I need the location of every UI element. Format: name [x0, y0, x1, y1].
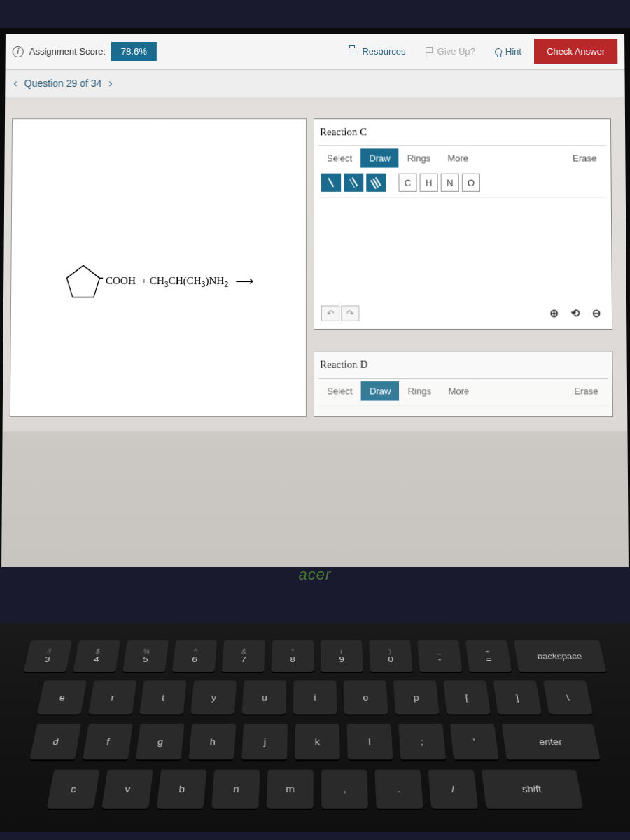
- folder-icon: [349, 48, 358, 55]
- key-8: *8: [272, 640, 314, 672]
- resources-label: Resources: [362, 46, 405, 57]
- key-0: )0: [369, 640, 412, 672]
- key-9: (9: [321, 640, 363, 672]
- key-.: .: [374, 770, 423, 808]
- key-y: y: [190, 680, 236, 714]
- panel-d-title: Reaction D: [318, 356, 608, 379]
- score-label: Assignment Score:: [29, 46, 106, 57]
- key-n: n: [211, 770, 260, 808]
- select-tab[interactable]: Select: [318, 148, 360, 167]
- draw-tab[interactable]: Draw: [360, 148, 399, 167]
- key-o: o: [344, 680, 388, 714]
- atom-c-button[interactable]: C: [398, 174, 416, 192]
- physical-keyboard: #3$4%5^6&7*8(9)0_-+=backspace ertyuiop[]…: [0, 623, 630, 832]
- atom-o-button[interactable]: O: [462, 174, 480, 192]
- key-7: &7: [222, 640, 265, 672]
- key-6: ^6: [172, 640, 217, 672]
- key-enter: enter: [502, 724, 601, 760]
- draw-tab-d[interactable]: Draw: [361, 382, 400, 400]
- info-icon: i: [13, 46, 24, 57]
- key-f: f: [83, 724, 133, 760]
- key-r: r: [88, 680, 136, 714]
- panel-c-title: Reaction C: [318, 123, 606, 146]
- svg-marker-0: [66, 265, 99, 297]
- question-counter: Question 29 of 34: [24, 78, 102, 89]
- key-': ': [450, 724, 499, 760]
- zoom-in-button[interactable]: ⊕: [545, 304, 562, 321]
- key-u: u: [242, 680, 287, 714]
- reaction-arrow-icon: ⟶: [235, 274, 253, 289]
- key-shift: shift: [482, 770, 583, 808]
- drawing-canvas-c[interactable]: ↶ ↷ ⊕ ⟲ ⊖: [318, 197, 608, 325]
- zoom-out-button[interactable]: ⊖: [588, 304, 605, 321]
- laptop-brand-logo: acer: [299, 566, 332, 584]
- key-=: +=: [465, 640, 512, 672]
- give-up-label: Give Up?: [438, 46, 475, 57]
- atom-h-button[interactable]: H: [420, 174, 438, 192]
- prev-question-button[interactable]: ‹: [13, 77, 17, 90]
- erase-button-d[interactable]: Erase: [564, 382, 608, 400]
- hint-button[interactable]: Hint: [488, 42, 528, 61]
- check-answer-button[interactable]: Check Answer: [534, 39, 617, 64]
- key-l: l: [347, 724, 393, 760]
- key-t: t: [139, 680, 186, 714]
- rings-tab[interactable]: Rings: [399, 148, 440, 167]
- key-m: m: [267, 770, 314, 808]
- key-g: g: [136, 724, 185, 760]
- key-/: /: [428, 770, 479, 808]
- resources-button[interactable]: Resources: [342, 42, 412, 61]
- key-k: k: [295, 724, 340, 760]
- next-question-button[interactable]: ›: [108, 77, 112, 90]
- more-tab[interactable]: More: [439, 148, 477, 167]
- select-tab-d[interactable]: Select: [318, 382, 361, 400]
- key-5: %5: [122, 640, 169, 672]
- key-;: ;: [398, 724, 446, 760]
- triple-bond-button[interactable]: [366, 174, 386, 192]
- single-bond-button[interactable]: [321, 174, 341, 192]
- key-]: ]: [493, 680, 542, 714]
- key-e: e: [37, 680, 87, 714]
- key--: _-: [417, 640, 462, 672]
- key-4: $4: [73, 640, 120, 672]
- undo-button[interactable]: ↶: [321, 305, 340, 321]
- rings-tab-d[interactable]: Rings: [400, 382, 440, 400]
- drawing-canvas-d[interactable]: [318, 405, 608, 412]
- key-,: ,: [321, 770, 368, 808]
- reaction-prompt-panel: COOH + CH3CH(CH3)NH2 ⟶: [10, 118, 307, 417]
- double-bond-button[interactable]: [344, 174, 363, 192]
- key-h: h: [189, 724, 237, 760]
- key-c: c: [47, 770, 100, 808]
- hint-label: Hint: [505, 46, 522, 57]
- score-badge: 78.6%: [111, 42, 157, 61]
- reaction-c-panel: Reaction C Select Draw Rings More Erase: [314, 118, 612, 330]
- more-tab-d[interactable]: More: [440, 382, 477, 400]
- erase-button[interactable]: Erase: [563, 148, 606, 167]
- key-\: \: [543, 680, 593, 714]
- key-j: j: [241, 724, 288, 760]
- atom-n-button[interactable]: N: [441, 174, 459, 192]
- key-v: v: [102, 770, 153, 808]
- bulb-icon: [495, 48, 502, 55]
- reaction-formula: COOH + CH3CH(CH3)NH2: [106, 274, 228, 288]
- key-[: [: [443, 680, 490, 714]
- key-p: p: [393, 680, 439, 714]
- key-d: d: [29, 724, 81, 760]
- reaction-d-panel: Reaction D Select Draw Rings More Erase: [314, 351, 613, 417]
- redo-button[interactable]: ↷: [341, 305, 359, 321]
- key-3: #3: [24, 640, 72, 672]
- give-up-button[interactable]: Give Up?: [419, 42, 482, 61]
- flag-icon: [426, 46, 434, 56]
- cyclopentane-icon: [64, 262, 104, 302]
- key-i: i: [293, 680, 337, 714]
- key-backspace: backspace: [514, 640, 606, 672]
- question-nav: ‹ Question 29 of 34 ›: [5, 70, 625, 97]
- key-b: b: [157, 770, 206, 808]
- zoom-reset-button[interactable]: ⟲: [566, 304, 583, 321]
- top-toolbar: i Assignment Score: 78.6% Resources Give…: [6, 34, 625, 70]
